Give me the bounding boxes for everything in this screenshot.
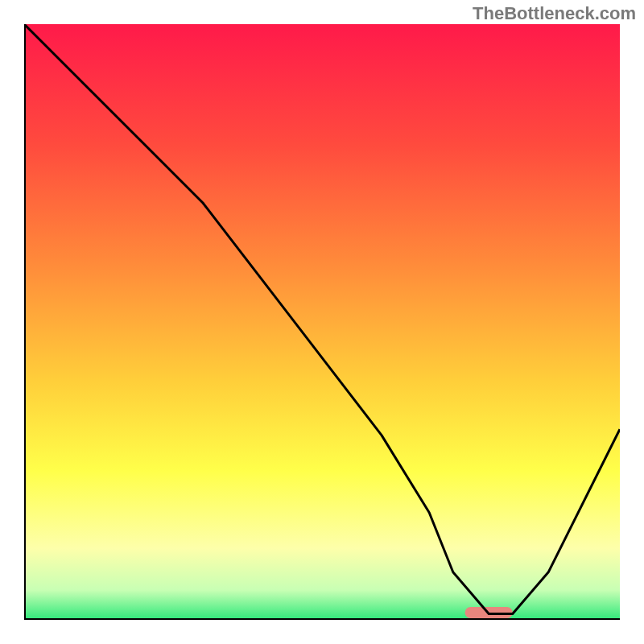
bottleneck-chart (24, 24, 620, 620)
watermark-text: TheBottleneck.com (473, 3, 636, 24)
chart-plot-area (24, 24, 620, 620)
chart-container: TheBottleneck.com (0, 0, 644, 644)
